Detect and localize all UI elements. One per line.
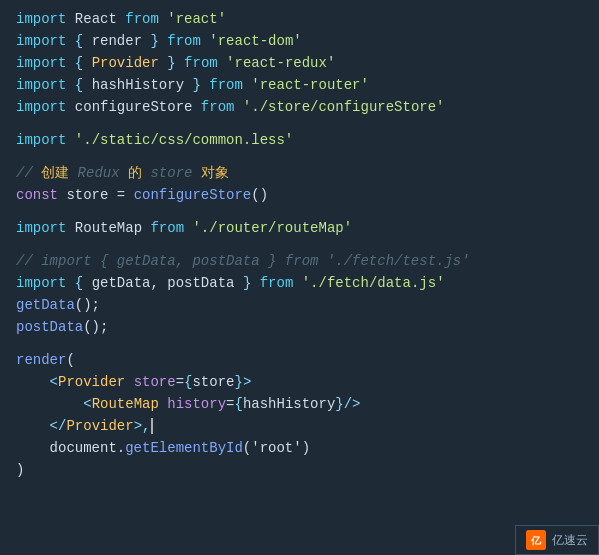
empty-line <box>16 338 583 349</box>
code-line-5: import configureStore from './store/conf… <box>16 96 583 118</box>
code-line-6: import './static/css/common.less' <box>16 129 583 151</box>
code-line-11: import { getData, postData } from './fet… <box>16 272 583 294</box>
watermark-logo-icon: 亿 <box>526 530 546 550</box>
code-line-19: ) <box>16 459 583 481</box>
code-line-13: postData (); <box>16 316 583 338</box>
svg-text:亿: 亿 <box>530 535 542 546</box>
code-line-17: </ Provider >, <box>16 415 583 437</box>
code-line-10: // import { getData, postData } from './… <box>16 250 583 272</box>
code-lines: import React from 'react' import { rende… <box>0 8 599 481</box>
empty-line <box>16 239 583 250</box>
code-line-4: import { hashHistory } from 'react-route… <box>16 74 583 96</box>
code-line-9: import RouteMap from './router/routeMap' <box>16 217 583 239</box>
code-line-7: // 创建 Redux 的 store 对象 <box>16 162 583 184</box>
code-line-16: < RouteMap history = { hashHistory } /> <box>16 393 583 415</box>
watermark-label: 亿速云 <box>552 532 588 549</box>
text-cursor <box>151 418 153 434</box>
code-line-18: document. getElementById ('root') <box>16 437 583 459</box>
empty-line <box>16 118 583 129</box>
code-line-8: const store = configureStore () <box>16 184 583 206</box>
code-line-15: < Provider store = { store } > <box>16 371 583 393</box>
code-line-3: import { Provider } from 'react-redux' <box>16 52 583 74</box>
watermark: 亿 亿速云 <box>515 525 599 555</box>
code-line-12: getData (); <box>16 294 583 316</box>
code-line-1: import React from 'react' <box>16 8 583 30</box>
keyword: import <box>16 8 66 30</box>
code-editor: import React from 'react' import { rende… <box>0 0 599 555</box>
empty-line <box>16 151 583 162</box>
code-line-2: import { render } from 'react-dom' <box>16 30 583 52</box>
code-line-14: render ( <box>16 349 583 371</box>
empty-line <box>16 206 583 217</box>
